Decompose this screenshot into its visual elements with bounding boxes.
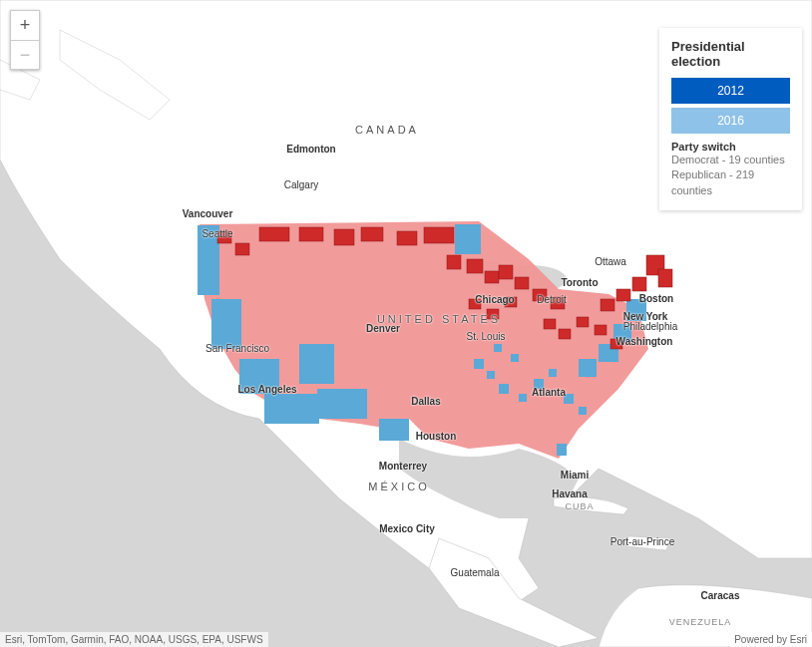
svg-rect-27 xyxy=(334,229,354,245)
svg-rect-12 xyxy=(499,384,509,394)
svg-rect-15 xyxy=(549,369,557,377)
svg-rect-25 xyxy=(259,227,289,241)
svg-rect-17 xyxy=(579,407,587,415)
svg-rect-41 xyxy=(658,269,672,287)
legend-panel: Presidential election 20122016 Party swi… xyxy=(659,28,802,210)
svg-rect-49 xyxy=(559,329,571,339)
svg-rect-38 xyxy=(217,231,231,243)
svg-rect-14 xyxy=(534,379,544,389)
svg-rect-2 xyxy=(198,225,219,295)
svg-rect-43 xyxy=(616,289,630,301)
party-switch-title: Party switch xyxy=(671,141,790,153)
svg-rect-9 xyxy=(455,224,481,254)
svg-rect-13 xyxy=(519,394,527,402)
svg-rect-3 xyxy=(211,299,241,349)
svg-rect-6 xyxy=(317,389,367,419)
map-container: CANADAUNITED STATESMÉXICOCUBAVENEZUELAEd… xyxy=(0,0,812,647)
svg-rect-5 xyxy=(264,394,319,424)
svg-rect-42 xyxy=(632,277,646,291)
zoom-in-button[interactable]: + xyxy=(10,10,40,40)
svg-rect-48 xyxy=(544,319,556,329)
svg-rect-18 xyxy=(557,444,567,456)
svg-rect-8 xyxy=(379,419,409,441)
svg-rect-10 xyxy=(474,359,484,369)
svg-rect-51 xyxy=(595,325,607,335)
svg-rect-20 xyxy=(511,354,519,362)
party-switch-line: Democrat - 19 counties xyxy=(671,153,790,167)
svg-rect-7 xyxy=(299,344,334,384)
svg-rect-31 xyxy=(447,255,461,269)
svg-rect-16 xyxy=(564,394,574,404)
svg-rect-37 xyxy=(551,297,565,309)
svg-rect-11 xyxy=(487,371,495,379)
party-switch-lines: Democrat - 19 countiesRepublican - 219 c… xyxy=(671,153,790,198)
svg-rect-19 xyxy=(494,344,502,352)
svg-rect-35 xyxy=(515,277,529,289)
svg-rect-44 xyxy=(601,299,614,311)
svg-rect-50 xyxy=(577,317,589,327)
zoom-out-button[interactable]: − xyxy=(10,40,40,70)
svg-rect-26 xyxy=(299,227,323,241)
party-switch-line: Republican - 219 counties xyxy=(671,167,790,198)
svg-rect-47 xyxy=(505,297,517,307)
svg-rect-34 xyxy=(499,265,513,279)
svg-rect-45 xyxy=(469,299,481,309)
svg-rect-32 xyxy=(467,259,483,273)
svg-rect-52 xyxy=(610,339,622,349)
attribution-right[interactable]: Powered by Esri xyxy=(729,632,812,647)
svg-rect-33 xyxy=(485,271,499,283)
year-button-2016[interactable]: 2016 xyxy=(671,108,790,134)
year-buttons: 20122016 xyxy=(671,78,790,134)
svg-rect-4 xyxy=(239,359,279,394)
attribution-left: Esri, TomTom, Garmin, FAO, NOAA, USGS, E… xyxy=(0,632,268,647)
svg-rect-36 xyxy=(533,289,547,301)
svg-rect-39 xyxy=(235,243,249,255)
zoom-controls: + − xyxy=(10,10,40,70)
svg-rect-29 xyxy=(397,231,417,245)
svg-rect-21 xyxy=(626,299,646,321)
svg-rect-28 xyxy=(361,227,383,241)
svg-rect-24 xyxy=(579,359,597,377)
svg-rect-46 xyxy=(487,309,499,319)
year-button-2012[interactable]: 2012 xyxy=(671,78,790,104)
svg-rect-30 xyxy=(424,227,454,243)
legend-title: Presidential election xyxy=(671,39,790,69)
